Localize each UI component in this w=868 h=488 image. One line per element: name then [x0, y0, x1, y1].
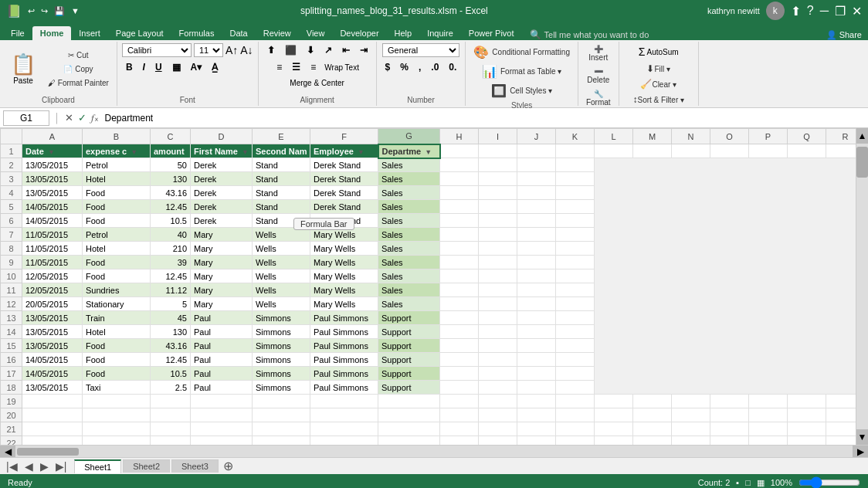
- cell-empty-r22-c15[interactable]: [749, 436, 788, 446]
- cell-col0-row10[interactable]: 12/05/2015: [22, 269, 83, 283]
- vertical-scrollbar[interactable]: ▲ ▼: [856, 128, 868, 445]
- cell-empty-9-row15[interactable]: [517, 339, 556, 353]
- col-I[interactable]: I: [479, 129, 517, 144]
- cell-col1-row3[interactable]: Hotel: [83, 172, 151, 186]
- cell-col1-row17[interactable]: Food: [83, 367, 151, 381]
- row-num-16[interactable]: 16: [1, 353, 22, 367]
- cell-col4-row10[interactable]: Wells: [253, 269, 310, 283]
- col-B[interactable]: B: [83, 129, 151, 144]
- cell-empty-r20-c12[interactable]: [633, 408, 672, 422]
- col-L[interactable]: L: [595, 129, 633, 144]
- cell-col6-row7[interactable]: Sales: [378, 228, 440, 242]
- cell-empty-r20-c1[interactable]: [83, 408, 151, 422]
- tab-file[interactable]: File: [3, 26, 32, 40]
- cell-col6-row2[interactable]: Sales: [378, 158, 440, 172]
- cell-empty-r20-c13[interactable]: [672, 408, 710, 422]
- minimize-btn[interactable]: ─: [820, 4, 829, 18]
- cell-empty-r21-c10[interactable]: [556, 422, 595, 436]
- cell-empty-10-row11[interactable]: [556, 283, 595, 297]
- cell-empty-r19-c4[interactable]: [253, 395, 310, 408]
- cell-col4-row5[interactable]: Stand: [253, 200, 310, 214]
- tab-pagelayout[interactable]: Page Layout: [108, 26, 171, 40]
- cell-col4-row9[interactable]: Wells: [253, 256, 310, 269]
- cell-col0-row6[interactable]: 14/05/2015: [22, 214, 83, 228]
- cell-empty-9-row11[interactable]: [517, 283, 556, 297]
- cell-empty-8-row4[interactable]: [479, 186, 517, 200]
- cell-empty-8-row15[interactable]: [479, 339, 517, 353]
- align-right-btn[interactable]: ≡: [307, 60, 320, 74]
- cell-empty-9-row4[interactable]: [517, 186, 556, 200]
- cell-empty-r22-c4[interactable]: [253, 436, 310, 446]
- cell-col4-row3[interactable]: Stand: [253, 172, 310, 186]
- cell-col0-row3[interactable]: 13/05/2015: [22, 172, 83, 186]
- cell-B1[interactable]: expense c ▼: [83, 144, 151, 158]
- comma-btn[interactable]: ,: [415, 60, 425, 74]
- cell-col1-row10[interactable]: Food: [83, 269, 151, 283]
- bold-button[interactable]: B: [122, 60, 137, 74]
- row-num-7[interactable]: 7: [1, 228, 22, 242]
- cell-empty-r22-c9[interactable]: [517, 436, 556, 446]
- cell-empty-10-row8[interactable]: [556, 242, 595, 256]
- cell-empty-r21-c0[interactable]: [22, 422, 83, 436]
- tell-me-bar[interactable]: 🔍 Tell me what you want to do: [522, 29, 820, 40]
- cell-empty-8-row11[interactable]: [479, 283, 517, 297]
- scroll-thumb[interactable]: [856, 147, 868, 178]
- cell-col0-row9[interactable]: 11/05/2015: [22, 256, 83, 269]
- cell-col4-row15[interactable]: Simmons: [253, 339, 310, 353]
- cell-empty-8-row7[interactable]: [479, 228, 517, 242]
- cell-empty-r19-c5[interactable]: [310, 395, 378, 408]
- percent-btn[interactable]: %: [396, 60, 412, 74]
- cell-col6-row6[interactable]: Sales: [378, 214, 440, 228]
- cell-empty-r19-c1[interactable]: [83, 395, 151, 408]
- cell-empty-10-row4[interactable]: [556, 186, 595, 200]
- cell-empty-7-row16[interactable]: [440, 353, 479, 367]
- cell-Q1[interactable]: [788, 144, 826, 158]
- cell-col3-row3[interactable]: Derek: [191, 172, 253, 186]
- row-num-10[interactable]: 10: [1, 269, 22, 283]
- cell-empty-r20-c0[interactable]: [22, 408, 83, 422]
- insert-cells-btn[interactable]: ➕ Insert: [585, 43, 611, 63]
- cell-empty-7-row17[interactable]: [440, 367, 479, 381]
- cell-empty-r21-c14[interactable]: [710, 422, 749, 436]
- cell-empty-r21-c1[interactable]: [83, 422, 151, 436]
- cell-col3-row2[interactable]: Derek: [191, 158, 253, 172]
- col-Q[interactable]: Q: [788, 129, 826, 144]
- quick-access[interactable]: ↩ ↪ 💾 ▼: [26, 5, 81, 18]
- cell-col0-row18[interactable]: 13/05/2015: [22, 381, 83, 395]
- sheet-last-btn[interactable]: ▶|: [53, 460, 70, 473]
- row-num-18[interactable]: 18: [1, 381, 22, 395]
- cell-empty-r19-c2[interactable]: [151, 395, 191, 408]
- col-G[interactable]: G: [378, 129, 440, 144]
- font-size-select[interactable]: 11: [194, 43, 223, 57]
- cell-col6-row16[interactable]: Support: [378, 353, 440, 367]
- cell-col3-row8[interactable]: Mary: [191, 242, 253, 256]
- col-A[interactable]: A: [22, 129, 83, 144]
- cell-col1-row4[interactable]: Food: [83, 186, 151, 200]
- cell-col0-row15[interactable]: 13/05/2015: [22, 339, 83, 353]
- cell-empty-10-row16[interactable]: [556, 353, 595, 367]
- increase-font-btn[interactable]: A↑: [225, 44, 238, 56]
- cell-empty-r21-c4[interactable]: [253, 422, 310, 436]
- cell-empty-r20-c4[interactable]: [253, 408, 310, 422]
- align-top-btn[interactable]: ⬆: [263, 43, 279, 57]
- cell-col6-row5[interactable]: Sales: [378, 200, 440, 214]
- cell-empty-r21-c13[interactable]: [672, 422, 710, 436]
- cell-col2-row13[interactable]: 45: [151, 311, 191, 325]
- cell-col5-row18[interactable]: Paul Simmons: [310, 381, 378, 395]
- cell-col6-row10[interactable]: Sales: [378, 269, 440, 283]
- cell-empty-r21-c11[interactable]: [595, 422, 633, 436]
- cell-col2-row2[interactable]: 50: [151, 158, 191, 172]
- cell-col5-row14[interactable]: Paul Simmons: [310, 325, 378, 339]
- cell-J1[interactable]: [517, 144, 556, 158]
- cell-empty-8-row5[interactable]: [479, 200, 517, 214]
- cell-empty-10-row15[interactable]: [556, 339, 595, 353]
- cell-col3-row15[interactable]: Paul: [191, 339, 253, 353]
- cell-empty-r22-c5[interactable]: [310, 436, 378, 446]
- col-H[interactable]: H: [440, 129, 479, 144]
- tab-view[interactable]: View: [299, 26, 333, 40]
- cell-col6-row4[interactable]: Sales: [378, 186, 440, 200]
- cell-R1[interactable]: [826, 144, 856, 158]
- cell-col6-row14[interactable]: Support: [378, 325, 440, 339]
- cell-empty-r19-c10[interactable]: [556, 395, 595, 408]
- cell-empty-r19-c9[interactable]: [517, 395, 556, 408]
